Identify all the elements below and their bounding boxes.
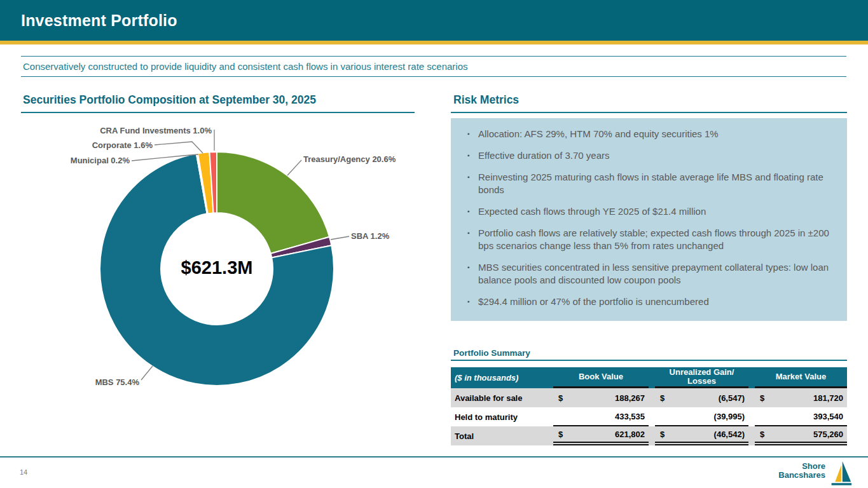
risk-title-rule: [451, 112, 847, 113]
risk-bullet-item: ▪ Portfolio cash flows are relatively st…: [467, 227, 842, 252]
logo-text: Shore Bancshares: [778, 462, 825, 479]
cell-market-value: $ 181,720: [755, 388, 847, 407]
dollar-sign: $: [660, 430, 665, 439]
chart-title-rule: [21, 112, 415, 113]
bullet-icon: ▪: [467, 261, 478, 287]
gold-accent-line: [0, 41, 868, 44]
leader-treasury: [287, 160, 301, 175]
risk-bullet-item: ▪ Reinvesting 2025 maturing cash flows i…: [467, 171, 842, 196]
risk-bullet-item: ▪ Effective duration of 3.70 years: [467, 149, 842, 162]
col-header-unrealized: Unrealized Gain/ Losses: [655, 367, 748, 388]
cell-book-value: $ 621,802: [553, 426, 649, 445]
shore-bancshares-logo: Shore Bancshares: [778, 460, 852, 487]
risk-bullet-item: ▪ Expected cash flows through YE 2025 of…: [467, 205, 842, 218]
cell-market-value: 393,540: [755, 407, 847, 426]
label-municipal: Municipal 0.2%: [71, 156, 130, 165]
leader-corporate: [155, 142, 203, 153]
dollar-sign: $: [760, 430, 764, 439]
logo-line1: Shore: [778, 462, 825, 471]
cell-unrealized: $ (6,547): [655, 388, 748, 407]
risk-bullet-item: ▪ Allocation: AFS 29%, HTM 70% and equit…: [467, 128, 842, 140]
header-bar: Investment Portfolio: [0, 0, 868, 41]
col-header-market-value: Market Value: [755, 367, 847, 388]
risk-bullet-text: Expected cash flows through YE 2025 of $…: [478, 205, 706, 218]
risk-bullet-item: ▪ MBS securities concentrated in less se…: [467, 261, 842, 287]
risk-bullet-text: MBS securities concentrated in less sens…: [478, 261, 842, 287]
bullet-icon: ▪: [467, 128, 478, 140]
cell-value: (6,547): [719, 393, 745, 403]
cell-value: 181,720: [813, 393, 843, 403]
bullet-icon: ▪: [467, 149, 478, 162]
cell-book-value: $ 188,267: [553, 388, 649, 407]
bullet-icon: ▪: [467, 295, 478, 308]
cell-unrealized: (39,995): [655, 407, 748, 426]
cell-market-value: $ 575,260: [755, 426, 847, 445]
cell-value: (39,995): [714, 412, 745, 421]
donut-center-total: $621.3M: [153, 257, 280, 278]
table-row-held-to-maturity: Held to maturity 433,535 (39,995) 393,54…: [451, 407, 847, 426]
leader-sba: [331, 236, 349, 240]
dollar-sign: $: [660, 393, 665, 403]
cell-value: 621,802: [615, 430, 645, 439]
risk-metrics-box: ▪ Allocation: AFS 29%, HTM 70% and equit…: [451, 118, 847, 321]
risk-bullet-item: ▪ $294.4 million or 47% of the portfolio…: [467, 295, 842, 308]
risk-bullet-text: Allocation: AFS 29%, HTM 70% and equity …: [478, 128, 719, 140]
bullet-icon: ▪: [467, 205, 478, 218]
subtitle-text: Conservatively constructed to provide li…: [21, 61, 468, 72]
cell-book-value: 433,535: [553, 407, 649, 426]
risk-bullet-text: $294.4 million or 47% of the portfolio i…: [478, 295, 709, 308]
table-row-available-for-sale: Available for sale $ 188,267 $ (6,547) $…: [451, 388, 847, 407]
slice-treasury-agency: [217, 152, 329, 254]
dollar-sign: $: [760, 393, 764, 403]
cell-value: 393,540: [813, 412, 843, 421]
row-label: Total: [451, 426, 547, 445]
sailboat-icon: [827, 460, 852, 487]
subtitle-band: Conservatively constructed to provide li…: [21, 56, 846, 77]
bullet-icon: ▪: [467, 227, 478, 252]
footer-divider-line: [0, 456, 868, 458]
risk-bullet-text: Portfolio cash flows are relatively stab…: [478, 227, 842, 252]
risk-bullet-text: Effective duration of 3.70 years: [478, 149, 610, 162]
row-label: Available for sale: [451, 388, 547, 407]
bullet-icon: ▪: [467, 171, 478, 196]
label-mbs: MBS 75.4%: [95, 377, 139, 387]
page-title: Investment Portfolio: [21, 11, 177, 30]
portfolio-summary-table: ($ in thousands) Book Value Unrealized G…: [451, 367, 847, 445]
row-label: Held to maturity: [451, 407, 547, 426]
risk-bullet-text: Reinvesting 2025 maturing cash flows in …: [478, 171, 842, 196]
label-sba: SBA 1.2%: [351, 231, 389, 241]
label-treasury-agency: Treasury/Agency 20.6%: [303, 154, 396, 164]
table-header-row: ($ in thousands) Book Value Unrealized G…: [451, 367, 847, 388]
label-corporate: Corporate 1.6%: [92, 140, 153, 150]
leader-mbs: [141, 366, 153, 380]
table-row-total: Total $ 621,802 $ (46,542) $ 575,260: [451, 426, 847, 445]
summary-section-title: Portfolio Summary: [453, 348, 530, 358]
chart-section-title: Securities Portfolio Composition at Sept…: [23, 93, 316, 107]
cell-value: 433,535: [615, 412, 645, 421]
risk-section-title: Risk Metrics: [453, 93, 519, 107]
label-cra-fund-investments: CRA Fund Investments 1.0%: [100, 126, 212, 135]
cell-value: 575,260: [813, 430, 843, 439]
col-header-book-value: Book Value: [553, 367, 649, 388]
page-number: 14: [20, 468, 27, 476]
table-corner-label: ($ in thousands): [451, 367, 547, 388]
cell-unrealized: $ (46,542): [655, 426, 748, 445]
dollar-sign: $: [558, 430, 563, 439]
dollar-sign: $: [558, 393, 563, 403]
slide: Investment Portfolio Conservatively cons…: [0, 0, 868, 488]
cell-value: (46,542): [714, 430, 745, 439]
cell-value: 188,267: [615, 393, 645, 403]
logo-line2: Bancshares: [778, 471, 825, 480]
summary-title-rule: [451, 360, 847, 361]
